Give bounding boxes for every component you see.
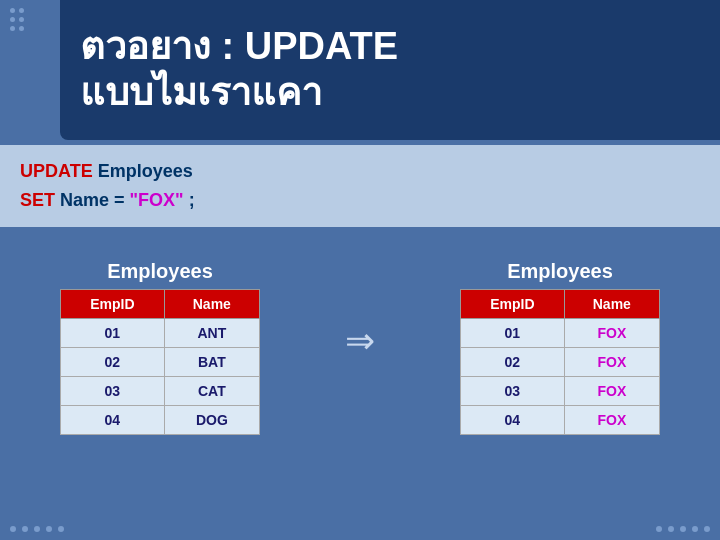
code-value: "FOX" <box>130 190 184 210</box>
keyword-set: SET <box>20 190 55 210</box>
code-box: UPDATE Employees SET Name = "FOX" ; <box>0 145 720 227</box>
update-arrow: ⇒ <box>330 260 390 362</box>
cell-id: 03 <box>461 377 565 406</box>
code-table-name: Employees <box>98 161 193 181</box>
before-col-empid: EmpID <box>61 290 165 319</box>
before-table: EmpID Name 01 ANT 02 BAT 03 CAT 04 <box>60 289 260 435</box>
decorative-dots-topleft <box>10 8 24 31</box>
before-table-label: Employees <box>107 260 213 283</box>
after-table-label: Employees <box>507 260 613 283</box>
cell-id: 02 <box>61 348 165 377</box>
cell-id: 01 <box>61 319 165 348</box>
cell-id: 01 <box>461 319 565 348</box>
cell-id: 04 <box>461 406 565 435</box>
after-col-name: Name <box>564 290 659 319</box>
cell-name: ANT <box>164 319 259 348</box>
code-field: Name <box>60 190 109 210</box>
header-box: ตวอยาง : UPDATE แบบไมเราแคา <box>60 0 720 140</box>
cell-name-fox: FOX <box>564 406 659 435</box>
after-table: EmpID Name 01 FOX 02 FOX 03 FOX 04 <box>460 289 660 435</box>
header-title: ตวอยาง : UPDATE แบบไมเราแคา <box>80 24 398 115</box>
code-line-2: SET Name = "FOX" ; <box>20 186 700 215</box>
cell-name: CAT <box>164 377 259 406</box>
code-equals: = <box>109 190 130 210</box>
cell-id: 02 <box>461 348 565 377</box>
after-table-section: Employees EmpID Name 01 FOX 02 FOX 03 <box>430 260 690 435</box>
table-row: 04 DOG <box>61 406 260 435</box>
before-table-section: Employees EmpID Name 01 ANT 02 BAT 03 <box>30 260 290 435</box>
code-semi: ; <box>184 190 195 210</box>
after-col-empid: EmpID <box>461 290 565 319</box>
table-row: 03 FOX <box>461 377 660 406</box>
table-row: 03 CAT <box>61 377 260 406</box>
table-row: 02 FOX <box>461 348 660 377</box>
cell-id: 03 <box>61 377 165 406</box>
cell-name-fox: FOX <box>564 319 659 348</box>
tables-area: Employees EmpID Name 01 ANT 02 BAT 03 <box>0 260 720 540</box>
table-row: 02 BAT <box>61 348 260 377</box>
code-line-1: UPDATE Employees <box>20 157 700 186</box>
table-row: 01 FOX <box>461 319 660 348</box>
table-row: 04 FOX <box>461 406 660 435</box>
cell-id: 04 <box>61 406 165 435</box>
cell-name-fox: FOX <box>564 377 659 406</box>
cell-name: BAT <box>164 348 259 377</box>
before-col-name: Name <box>164 290 259 319</box>
decorative-dots-bottom-left <box>10 526 64 532</box>
decorative-dots-bottom-right <box>656 526 710 532</box>
keyword-update: UPDATE <box>20 161 93 181</box>
cell-name: DOG <box>164 406 259 435</box>
cell-name-fox: FOX <box>564 348 659 377</box>
table-row: 01 ANT <box>61 319 260 348</box>
arrow-symbol: ⇒ <box>345 320 375 362</box>
